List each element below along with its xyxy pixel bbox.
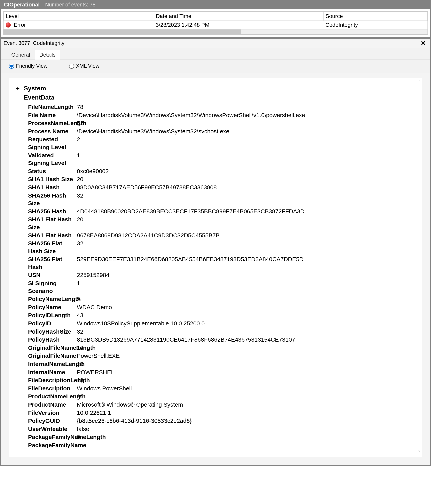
field-name: SHA256 Flat Hash [28, 255, 77, 271]
field-name: PolicyNameLength [28, 295, 77, 303]
tab-general[interactable]: General [7, 50, 35, 60]
expand-icon[interactable]: + [15, 85, 20, 92]
eventdata-row: ProductNameMicrosoft® Windows® Operating… [28, 401, 417, 409]
field-value: 2259152984 [77, 271, 109, 279]
field-value: 52 [77, 119, 83, 127]
field-value: POWERSHELL [77, 368, 117, 376]
radio-dot-icon [9, 64, 14, 69]
field-value: 10.0.22621.1 [77, 409, 111, 417]
field-name: Process Name [28, 127, 77, 135]
field-name: ProductNameLength [28, 393, 77, 400]
eventdata-row: PolicyIDLength43 [28, 311, 417, 319]
field-name: FileNameLength [28, 103, 77, 111]
eventdata-row: Status0xc0e90002 [28, 167, 417, 175]
field-value: 2 [77, 135, 80, 151]
field-value: {b8a5ce26-c6b6-413d-9116-30533c2e2ad6} [77, 417, 192, 425]
radio-dot-icon [69, 64, 74, 69]
log-name: CIOperational [4, 1, 40, 8]
field-value: 0 [77, 433, 80, 441]
radio-xml-label: XML View [76, 63, 99, 69]
field-name: FileVersion [28, 409, 77, 417]
radio-friendly-view[interactable]: Friendly View [9, 63, 48, 69]
eventdata-row: Validated Signing Level1 [28, 152, 417, 167]
col-source[interactable]: Source [324, 12, 428, 21]
eventdata-row: SHA1 Flat Hash9678EA8069D9812CDA2A41C9D3… [28, 232, 417, 239]
radio-xml-view[interactable]: XML View [69, 63, 99, 69]
field-value: 18 [77, 376, 83, 384]
tab-details[interactable]: Details [35, 50, 60, 60]
field-value: Windows PowerShell [77, 385, 132, 392]
field-value: 813BC3DB5D13269A77142831190CE6417F868F68… [77, 336, 295, 343]
scrollbar-thumb[interactable] [3, 29, 241, 34]
field-value: 9678EA8069D9812CDA2A41C9D3DC32D5C4555B7B [77, 232, 220, 239]
field-value: 20 [77, 175, 83, 183]
field-name: OriginalFileNameLength [28, 344, 77, 352]
eventdata-row: SI Signing Scenario1 [28, 279, 417, 295]
eventdata-row: SHA1 Hash08D0A8C34B717AED56F99EC57B49788… [28, 183, 417, 191]
event-count: Number of events: 78 [45, 2, 96, 8]
col-level[interactable]: Level [4, 12, 154, 21]
field-name: FileDescription [28, 385, 77, 392]
eventdata-row: PolicyNameLength9 [28, 295, 417, 303]
field-value: 36 [77, 393, 83, 400]
eventdata-row: FileNameLength78 [28, 103, 417, 111]
eventdata-row: OriginalFileNamePowerShell.EXE [28, 352, 417, 360]
field-name: SHA256 Hash Size [28, 192, 77, 207]
eventdata-row: PackageFamilyNameLength0 [28, 433, 417, 441]
eventdata-row: PolicyGUID{b8a5ce26-c6b6-413d-9116-30533… [28, 417, 417, 425]
eventdata-row: FileVersion10.0.22621.1 [28, 409, 417, 417]
node-eventdata-label: EventData [24, 94, 54, 101]
event-list-area: Level Date and Time Source Error 3/28/20… [1, 9, 430, 35]
field-name: PolicyName [28, 303, 77, 311]
close-icon[interactable]: ✕ [419, 39, 428, 47]
field-value: 43 [77, 311, 83, 319]
field-name: SHA256 Flat Hash Size [28, 240, 77, 255]
eventdata-row: PackageFamilyName [28, 441, 417, 449]
view-mode-row: Friendly View XML View [1, 60, 430, 73]
eventdata-row: OriginalFileNameLength14 [28, 344, 417, 352]
eventdata-row: File Name\Device\HarddiskVolume3\Windows… [28, 111, 417, 119]
field-value: 9 [77, 295, 80, 303]
eventdata-row: PolicyIDWindows10SPolicySupplementable.1… [28, 320, 417, 327]
eventdata-row: SHA1 Hash Size20 [28, 175, 417, 183]
field-value: 32 [77, 192, 83, 207]
field-value: 10 [77, 360, 83, 368]
scroll-up-icon[interactable]: ˄ [418, 79, 421, 86]
event-details-pane: Event 3077, CodeIntegrity ✕ General Deta… [1, 39, 430, 465]
eventdata-row: InternalNameLength10 [28, 360, 417, 368]
eventdata-row: PolicyNameWDAC Demo [28, 303, 417, 311]
field-name: SHA1 Flat Hash [28, 232, 77, 239]
eventdata-row: Requested Signing Level2 [28, 135, 417, 151]
field-name: InternalNameLength [28, 360, 77, 368]
tabs-row: General Details [1, 48, 430, 60]
horizontal-scrollbar[interactable] [3, 29, 428, 34]
field-name: InternalName [28, 368, 77, 376]
field-name: FileDescriptionLength [28, 376, 77, 384]
field-name: UserWriteable [28, 425, 77, 433]
details-header: Event 3077, CodeIntegrity ✕ [1, 39, 430, 48]
field-name: PolicyHashSize [28, 328, 77, 335]
node-eventdata[interactable]: - EventData [15, 94, 417, 101]
field-value: false [77, 425, 89, 433]
eventdata-row: SHA1 Flat Hash Size20 [28, 216, 417, 231]
col-datetime[interactable]: Date and Time [154, 12, 324, 21]
field-value: 32 [77, 328, 83, 335]
field-name: PackageFamilyNameLength [28, 433, 77, 441]
cell-datetime: 3/28/2023 1:42:48 PM [154, 21, 324, 29]
eventdata-row: SHA256 Flat Hash529EE9D30EEF7E331B24E66D… [28, 255, 417, 271]
cell-source: CodeIntegrity [324, 21, 428, 29]
collapse-icon[interactable]: - [15, 94, 20, 101]
field-name: SHA1 Hash [28, 183, 77, 191]
field-name: File Name [28, 111, 77, 119]
scroll-down-icon[interactable]: ˅ [418, 449, 421, 456]
field-name: SHA256 Hash [28, 207, 77, 215]
titlebar: CIOperational Number of events: 78 [1, 1, 430, 9]
details-card: ˄ ˅ + System - EventData FileNameLength7… [9, 78, 422, 457]
node-system[interactable]: + System [15, 85, 417, 92]
field-value: WDAC Demo [77, 303, 112, 311]
eventdata-row: UserWriteablefalse [28, 425, 417, 433]
field-value: 1 [77, 279, 80, 295]
table-row[interactable]: Error 3/28/2023 1:42:48 PM CodeIntegrity [4, 21, 428, 29]
field-value: \Device\HarddiskVolume3\Windows\System32… [77, 127, 229, 135]
field-value: 32 [77, 240, 83, 255]
